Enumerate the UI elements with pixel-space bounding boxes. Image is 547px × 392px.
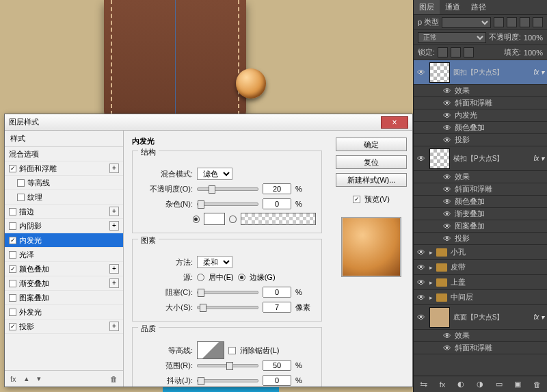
style-checkbox[interactable] xyxy=(17,179,25,187)
size-slider[interactable] xyxy=(197,306,258,309)
technique-select[interactable]: 柔和 xyxy=(197,256,232,268)
arrow-up-icon[interactable]: ▴ xyxy=(25,374,29,383)
trash-icon[interactable]: 🗑 xyxy=(110,375,118,383)
add-icon[interactable]: + xyxy=(109,278,119,288)
adjustment-icon[interactable]: ◑ xyxy=(477,380,483,389)
visibility-icon[interactable]: 👁 xyxy=(416,248,426,257)
filter-icon[interactable] xyxy=(533,17,543,27)
contour-picker[interactable] xyxy=(197,341,224,359)
style-checkbox[interactable] xyxy=(17,194,25,201)
effect-item[interactable]: 👁斜面和浮雕 xyxy=(414,97,547,109)
range-slider[interactable] xyxy=(197,364,258,367)
link-icon[interactable]: ⮀ xyxy=(420,380,427,389)
fill-field[interactable]: 100% xyxy=(524,49,543,57)
style-checkbox[interactable] xyxy=(9,280,16,287)
blend-options-row[interactable]: 混合选项 xyxy=(5,147,123,161)
effect-item[interactable]: 👁颜色叠加 xyxy=(414,196,547,208)
dialog-titlebar[interactable]: 图层样式 × xyxy=(5,114,412,131)
style-row[interactable]: ✓斜面和浮雕+ xyxy=(5,161,123,176)
layer-folder[interactable]: 👁▸皮带 xyxy=(414,260,547,275)
layer-folder[interactable]: 👁▸小孔 xyxy=(414,245,547,260)
cancel-button[interactable]: 复位 xyxy=(336,155,407,169)
color-radio[interactable] xyxy=(193,215,200,223)
antialias-checkbox[interactable] xyxy=(228,347,236,354)
add-icon[interactable]: + xyxy=(109,221,119,231)
choke-slider[interactable] xyxy=(197,291,258,294)
jitter-slider[interactable] xyxy=(197,379,258,382)
opacity-input[interactable] xyxy=(263,183,291,194)
fx-label[interactable]: fx xyxy=(10,375,16,383)
style-row[interactable]: 图案叠加 xyxy=(5,291,123,305)
add-icon[interactable]: + xyxy=(109,264,119,274)
new-style-button[interactable]: 新建样式(W)... xyxy=(336,173,407,187)
fx-badge[interactable]: fx ▾ xyxy=(533,313,544,321)
add-icon[interactable]: + xyxy=(109,207,119,216)
mask-icon[interactable]: ◐ xyxy=(457,380,464,389)
style-checkbox[interactable]: ✓ xyxy=(9,237,16,244)
tab-layers[interactable]: 图层 xyxy=(414,0,440,14)
filter-icon[interactable] xyxy=(520,17,530,27)
effect-item[interactable]: 👁内发光 xyxy=(414,109,547,122)
style-row[interactable]: ✓内发光 xyxy=(5,233,123,248)
preview-checkbox[interactable]: ✓ xyxy=(353,196,360,203)
folder-icon[interactable]: ▭ xyxy=(496,380,503,389)
disclosure-icon[interactable]: ▸ xyxy=(429,294,433,301)
jitter-input[interactable] xyxy=(263,375,291,386)
source-edge-radio[interactable] xyxy=(238,274,245,281)
add-icon[interactable]: + xyxy=(109,322,119,331)
choke-input[interactable] xyxy=(263,287,291,298)
tab-channels[interactable]: 通道 xyxy=(440,0,466,14)
style-checkbox[interactable]: ✓ xyxy=(9,165,16,172)
effect-item[interactable]: 👁投影 xyxy=(414,233,547,245)
effect-item[interactable]: 👁图案叠加 xyxy=(414,220,547,233)
effect-item[interactable]: 👁斜面和浮雕 xyxy=(414,183,547,196)
kind-filter[interactable] xyxy=(442,17,491,28)
layer-row[interactable]: 👁圆扣【P大点S】fx ▾ xyxy=(414,60,547,85)
lock-position-icon[interactable] xyxy=(451,47,461,57)
effects-row[interactable]: 👁效果 xyxy=(414,171,547,183)
style-checkbox[interactable] xyxy=(9,208,16,215)
style-row[interactable]: 等高线 xyxy=(5,176,123,190)
style-checkbox[interactable] xyxy=(9,294,16,302)
style-row[interactable]: 外发光 xyxy=(5,305,123,319)
trash-icon[interactable]: 🗑 xyxy=(533,380,541,389)
layer-folder[interactable]: 👁▸上盖 xyxy=(414,275,547,290)
style-checkbox[interactable]: ✓ xyxy=(9,265,16,273)
lock-pixels-icon[interactable] xyxy=(438,47,448,57)
source-center-radio[interactable] xyxy=(197,274,204,281)
style-row[interactable]: 光泽 xyxy=(5,248,123,262)
effect-item[interactable]: 👁投影 xyxy=(414,134,547,146)
lock-all-icon[interactable] xyxy=(464,47,474,57)
effect-item[interactable]: 👁渐变叠加 xyxy=(414,208,547,220)
style-row[interactable]: ✓颜色叠加+ xyxy=(5,262,123,276)
add-icon[interactable]: + xyxy=(109,164,119,173)
visibility-icon[interactable]: 👁 xyxy=(416,263,426,272)
style-checkbox[interactable]: ✓ xyxy=(9,323,16,330)
visibility-icon[interactable]: 👁 xyxy=(416,154,426,164)
disclosure-icon[interactable]: ▸ xyxy=(429,279,433,286)
style-checkbox[interactable] xyxy=(9,251,16,259)
fx-badge[interactable]: fx ▾ xyxy=(533,68,544,76)
filter-icon[interactable] xyxy=(507,17,517,27)
layer-thumb[interactable] xyxy=(429,148,450,169)
noise-input[interactable] xyxy=(263,198,291,209)
layer-row[interactable]: 👁横扣【P大点S】fx ▾ xyxy=(414,146,547,171)
layer-thumb[interactable] xyxy=(429,62,450,83)
layer-thumb[interactable] xyxy=(429,307,450,328)
style-row[interactable]: 内阴影+ xyxy=(5,219,123,233)
close-button[interactable]: × xyxy=(381,116,408,129)
color-swatch[interactable] xyxy=(204,213,225,225)
layer-row[interactable]: 👁底面【P大点S】fx ▾ xyxy=(414,305,547,330)
tab-paths[interactable]: 路径 xyxy=(466,0,492,14)
layer-folder[interactable]: 👁▸中间层 xyxy=(414,290,547,305)
style-row[interactable]: 渐变叠加+ xyxy=(5,276,123,291)
fx-icon[interactable]: fx xyxy=(440,380,446,389)
new-layer-icon[interactable]: ▣ xyxy=(514,380,521,389)
visibility-icon[interactable]: 👁 xyxy=(416,68,426,77)
effect-item[interactable]: 👁斜面和浮雕 xyxy=(414,342,547,354)
blend-mode-select[interactable]: 正常 xyxy=(418,32,486,43)
style-row[interactable]: 纹理 xyxy=(5,190,123,205)
style-row[interactable]: 描边+ xyxy=(5,205,123,219)
style-row[interactable]: ✓投影+ xyxy=(5,319,123,334)
visibility-icon[interactable]: 👁 xyxy=(416,293,426,302)
